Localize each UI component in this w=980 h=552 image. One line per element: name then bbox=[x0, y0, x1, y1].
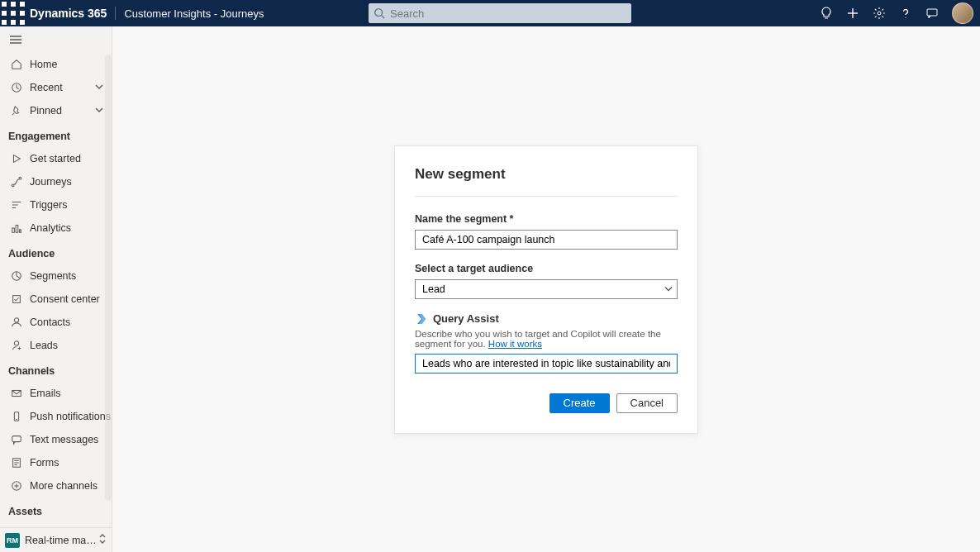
svg-rect-7 bbox=[11, 20, 16, 25]
contact-icon bbox=[10, 316, 23, 329]
svg-rect-22 bbox=[12, 228, 15, 232]
trigger-icon bbox=[10, 198, 23, 212]
nav-contacts[interactable]: Contacts bbox=[0, 311, 112, 334]
nav-label: Journeys bbox=[30, 176, 72, 188]
nav-label: Recent bbox=[30, 82, 63, 93]
cancel-button[interactable]: Cancel bbox=[616, 393, 678, 413]
pin-icon bbox=[10, 104, 23, 117]
audience-value[interactable] bbox=[415, 279, 678, 299]
add-icon[interactable] bbox=[840, 0, 866, 26]
global-search[interactable] bbox=[369, 3, 631, 23]
main-content: New segment Name the segment * Select a … bbox=[112, 26, 980, 552]
nav-analytics[interactable]: Analytics bbox=[0, 217, 112, 240]
app-launcher[interactable] bbox=[0, 0, 26, 26]
search-input[interactable] bbox=[385, 7, 626, 20]
settings-icon[interactable] bbox=[866, 0, 892, 26]
area-picker[interactable]: RM Real-time marketi... bbox=[0, 527, 112, 552]
svg-rect-14 bbox=[927, 9, 937, 16]
nav-leads[interactable]: Leads bbox=[0, 334, 112, 357]
section-channels: Channels bbox=[0, 357, 112, 382]
more-icon bbox=[10, 479, 23, 493]
svg-rect-26 bbox=[13, 296, 21, 303]
nav-label: Text messages bbox=[30, 434, 98, 445]
nav-label: Analytics bbox=[30, 222, 71, 234]
create-button[interactable]: Create bbox=[549, 393, 610, 413]
svg-line-19 bbox=[12, 113, 15, 116]
nav-triggers[interactable]: Triggers bbox=[0, 193, 112, 217]
journey-icon bbox=[10, 175, 23, 188]
clock-icon bbox=[10, 81, 23, 94]
svg-rect-5 bbox=[20, 11, 25, 16]
svg-point-28 bbox=[14, 341, 18, 345]
svg-point-9 bbox=[375, 9, 383, 17]
forms-icon bbox=[10, 456, 23, 469]
home-icon bbox=[10, 58, 23, 71]
nav-home[interactable]: Home bbox=[0, 53, 112, 76]
segment-name-label: Name the segment * bbox=[415, 213, 678, 225]
nav-consent[interactable]: Consent center bbox=[0, 288, 112, 311]
app-name[interactable]: Customer Insights - Journeys bbox=[116, 7, 264, 20]
svg-rect-8 bbox=[20, 20, 25, 25]
sidebar-scrollbar[interactable] bbox=[105, 55, 112, 501]
nav-label: Emails bbox=[30, 388, 61, 399]
svg-point-27 bbox=[14, 318, 18, 322]
play-icon bbox=[10, 152, 23, 165]
svg-rect-6 bbox=[2, 20, 7, 25]
updown-icon bbox=[98, 534, 107, 546]
svg-point-13 bbox=[878, 12, 881, 15]
lightbulb-icon[interactable] bbox=[813, 0, 840, 26]
how-it-works-link[interactable]: How it works bbox=[488, 339, 542, 349]
nav-journeys[interactable]: Journeys bbox=[0, 170, 112, 193]
email-icon bbox=[10, 387, 23, 400]
nav-pinned[interactable]: Pinned bbox=[0, 99, 112, 122]
nav-segments[interactable]: Segments bbox=[0, 264, 112, 288]
nav-label: Contacts bbox=[30, 316, 70, 328]
help-icon[interactable] bbox=[892, 0, 919, 26]
chevron-down-icon bbox=[95, 105, 103, 117]
audience-select[interactable] bbox=[415, 279, 678, 299]
consent-icon bbox=[10, 293, 23, 306]
nav-recent[interactable]: Recent bbox=[0, 76, 112, 99]
query-assist-input[interactable] bbox=[415, 354, 678, 374]
sidebar-toggle[interactable] bbox=[0, 26, 112, 53]
leads-icon bbox=[10, 339, 23, 352]
nav-label: More channels bbox=[30, 480, 98, 492]
nav-label: Consent center bbox=[30, 293, 100, 305]
svg-line-10 bbox=[382, 16, 385, 19]
nav-text[interactable]: Text messages bbox=[0, 428, 112, 451]
user-avatar[interactable] bbox=[952, 2, 973, 24]
svg-rect-1 bbox=[11, 2, 16, 7]
nav-label: Home bbox=[30, 59, 57, 70]
new-segment-dialog: New segment Name the segment * Select a … bbox=[394, 145, 698, 434]
divider bbox=[415, 196, 678, 197]
chevron-down-icon bbox=[95, 82, 103, 93]
area-badge: RM bbox=[5, 533, 20, 548]
copilot-icon bbox=[415, 312, 428, 326]
nav-get-started[interactable]: Get started bbox=[0, 147, 112, 170]
nav-push[interactable]: Push notifications bbox=[0, 405, 112, 428]
search-icon bbox=[373, 7, 385, 19]
nav-label: Forms bbox=[30, 457, 59, 469]
conversation-icon[interactable] bbox=[919, 0, 945, 26]
section-assets: Assets bbox=[0, 497, 112, 522]
section-engagement: Engagement bbox=[0, 122, 112, 147]
nav-label: Pinned bbox=[30, 105, 62, 117]
dialog-title: New segment bbox=[415, 166, 678, 183]
svg-rect-4 bbox=[11, 11, 16, 16]
segment-icon bbox=[10, 269, 23, 283]
nav-more-channels[interactable]: More channels bbox=[0, 474, 112, 497]
nav-forms[interactable]: Forms bbox=[0, 451, 112, 474]
nav-label: Push notifications bbox=[30, 411, 111, 422]
nav-label: Leads bbox=[30, 340, 58, 351]
app-topbar: Dynamics 365 Customer Insights - Journey… bbox=[0, 0, 980, 26]
sms-icon bbox=[10, 433, 23, 446]
push-icon bbox=[10, 410, 23, 423]
nav-emails[interactable]: Emails bbox=[0, 382, 112, 405]
svg-rect-2 bbox=[20, 2, 25, 7]
nav-label: Triggers bbox=[30, 199, 67, 211]
query-assist-desc: Describe who you wish to target and Copi… bbox=[415, 329, 678, 349]
segment-name-input[interactable] bbox=[415, 230, 678, 250]
svg-rect-32 bbox=[12, 436, 21, 442]
brand-name[interactable]: Dynamics 365 bbox=[26, 7, 116, 20]
svg-rect-0 bbox=[2, 2, 7, 7]
